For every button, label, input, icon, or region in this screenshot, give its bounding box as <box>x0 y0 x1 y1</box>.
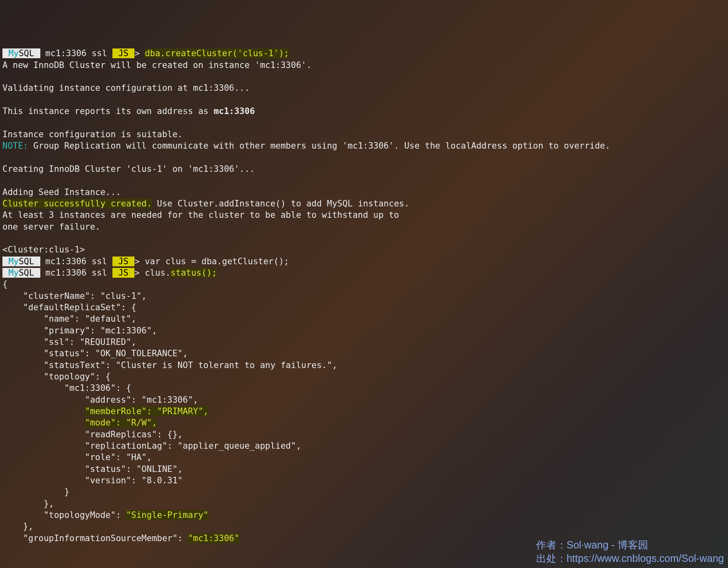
output-line: one server failure. <box>2 222 100 232</box>
output-line: Validating instance configuration at mc1… <box>2 83 250 93</box>
success-line: Cluster successfully created. Use Cluste… <box>2 199 409 208</box>
watermark-author: 作者：Sol·wang - 博客园 <box>536 539 648 550</box>
output-line: Creating InnoDB Cluster 'clus-1' on 'mc1… <box>2 164 255 174</box>
js-badge: JS <box>112 257 135 266</box>
json-output: { "clusterName": "clus-1", "defaultRepli… <box>2 279 337 543</box>
member-role-highlight: "memberRole": "PRIMARY", <box>85 406 208 416</box>
output-line: A new InnoDB Cluster will be created on … <box>2 60 312 70</box>
source-member-highlight: "mc1:3306" <box>188 533 239 543</box>
watermark-url: 出处：https://www.cnblogs.com/Sol-wang <box>536 553 724 564</box>
output-line: Adding Seed Instance... <box>2 187 121 197</box>
output-line: Instance configuration is suitable. <box>2 129 183 139</box>
output-line: This instance reports its own address as… <box>2 106 255 116</box>
cluster-tag: <Cluster:clus-1> <box>2 245 85 254</box>
js-badge: JS <box>112 48 135 58</box>
topology-mode-highlight: "Single-Primary" <box>126 510 208 520</box>
note-label: NOTE: <box>2 141 28 151</box>
command-create-cluster: dba.createCluster('clus-1'); <box>145 48 289 58</box>
prompt-arrow: > <box>134 257 145 266</box>
prompt-host: mc1:3306 ssl <box>40 257 112 266</box>
js-badge: JS <box>112 268 135 278</box>
terminal-output: MySQL mc1:3306 ssl JS > dba.createCluste… <box>2 48 726 544</box>
command-get-cluster: var clus = dba.getCluster(); <box>145 257 289 266</box>
mysql-badge: MySQL <box>2 48 40 58</box>
prompt-host: mc1:3306 ssl <box>40 268 112 278</box>
note-line: NOTE: Group Replication will communicate… <box>2 141 610 151</box>
output-line: At least 3 instances are needed for the … <box>2 210 399 220</box>
mode-highlight: "mode": "R/W", <box>85 418 157 428</box>
prompt-line-3[interactable]: MySQL mc1:3306 ssl JS > clus.status(); <box>2 268 217 278</box>
mysql-badge: MySQL <box>2 257 40 266</box>
prompt-line-2[interactable]: MySQL mc1:3306 ssl JS > var clus = dba.g… <box>2 257 289 266</box>
prompt-arrow: > <box>134 268 145 278</box>
command-status: clus.status(); <box>145 268 217 278</box>
prompt-line-1[interactable]: MySQL mc1:3306 ssl JS > dba.createCluste… <box>2 48 289 58</box>
watermark: 作者：Sol·wang - 博客园 出处：https://www.cnblogs… <box>536 538 724 565</box>
prompt-host: mc1:3306 ssl <box>40 48 112 58</box>
prompt-arrow: > <box>134 48 145 58</box>
success-message: Cluster successfully created. <box>2 199 152 208</box>
mysql-badge: MySQL <box>2 268 40 278</box>
